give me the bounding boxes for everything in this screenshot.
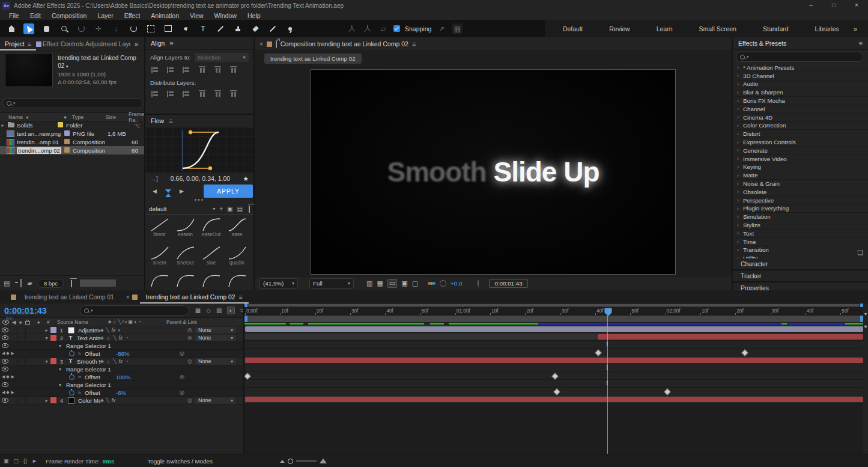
effects-category-row[interactable]: ›Boris FX Mocha (733, 97, 868, 105)
effects-category-row[interactable]: ›Obsolete (733, 188, 868, 197)
chevron-right-icon[interactable]: › (737, 98, 739, 104)
effects-category-row[interactable]: ›Keying (733, 163, 868, 172)
align-v-center-icon[interactable] (214, 66, 221, 74)
collapse-switch-icon[interactable]: ♣ (100, 358, 104, 364)
layer-switches[interactable]: ♣☼╲fx◔ (100, 358, 157, 364)
effects-category-row[interactable]: ›Simulation (733, 213, 868, 221)
align-top-icon[interactable] (199, 66, 205, 74)
close-panel-icon[interactable]: × (259, 41, 263, 47)
track-row[interactable] (244, 356, 863, 364)
workspace-overflow-chevron[interactable]: » (852, 25, 863, 32)
flow-preset-quadIn[interactable]: quadIn (224, 245, 250, 273)
expand-arrow-icon[interactable]: ▸ (0, 123, 5, 128)
expand-layers-icon[interactable]: ▣ (4, 458, 9, 464)
keyframe-diamond[interactable] (664, 388, 670, 395)
fast-previews-gear-icon[interactable] (440, 280, 446, 287)
offset-property-row[interactable]: ◀▶≈Offset-6%◎ (0, 389, 243, 397)
flow-preset-partial[interactable] (224, 273, 250, 290)
paint-switch-icon[interactable]: ◔ (125, 335, 128, 341)
effects-category-row[interactable]: ›* Animation Presets (733, 64, 868, 72)
chevron-right-icon[interactable]: › (737, 247, 739, 253)
project-item-png[interactable]: text an...new.png PNG file 1,6 MB (0, 129, 144, 138)
collapse-arrow-icon[interactable]: ▾ (43, 359, 50, 364)
label-color-chip[interactable] (58, 122, 63, 127)
quality-switch-icon[interactable]: ╲ (106, 327, 109, 333)
chevron-right-icon[interactable]: › (737, 123, 739, 129)
track-row[interactable]: I (244, 364, 863, 372)
menu-item[interactable]: Layer (92, 12, 118, 19)
label-color-chip[interactable] (64, 139, 70, 144)
pen-tool[interactable] (180, 23, 191, 34)
grid-guides-icon[interactable]: ▥ (366, 279, 372, 287)
add-preset-icon[interactable]: + (219, 206, 223, 212)
parent-link-dropdown[interactable]: None▾ (195, 327, 236, 334)
layer-label-color-chip[interactable] (50, 327, 56, 333)
chevron-right-icon[interactable]: › (737, 206, 739, 212)
toggle-switches-modes-button[interactable]: Toggle Switches / Modes (147, 458, 212, 465)
home-tool[interactable] (6, 23, 17, 34)
keyframe-diamond[interactable] (553, 388, 560, 395)
eraser-tool[interactable] (250, 23, 261, 34)
rectangle-tool[interactable] (163, 23, 174, 34)
world-axis-mode-icon[interactable]: 人 (362, 23, 373, 34)
import-preset-icon[interactable]: ▣ (227, 206, 232, 212)
track-row[interactable] (244, 349, 863, 356)
selector-visibility-toggle[interactable] (0, 366, 10, 373)
effects-category-row[interactable]: ›Channel (733, 105, 868, 114)
chevron-right-icon[interactable]: › (737, 73, 739, 79)
collapse-arrow-icon[interactable]: ▾ (59, 382, 66, 388)
panel-menu-icon[interactable]: ≡ (169, 117, 172, 124)
expand-arrow-icon[interactable]: ▸ (43, 398, 50, 403)
expand-arrow-icon[interactable]: ▸ (43, 328, 50, 333)
collapsed-panel-header[interactable]: Properties (733, 282, 868, 290)
menu-item[interactable]: Edit (25, 12, 46, 19)
range-selector-name[interactable]: Range Selector 1 (66, 366, 111, 373)
quality-switch-icon[interactable]: ╲ (113, 335, 116, 341)
close-button[interactable]: × (845, 0, 868, 11)
keyframe-navigator[interactable]: ◀▶ (0, 351, 22, 356)
effects-category-row[interactable]: ›Matte (733, 171, 868, 180)
project-settings-icon[interactable]: ▰ (27, 279, 32, 287)
property-name[interactable]: Offset (85, 374, 116, 380)
project-item-comp-02[interactable]: trendin...omp 02 Composition 60 (0, 146, 144, 154)
distribute-left-icon[interactable] (199, 90, 205, 98)
project-item-solids[interactable]: ▸Solids Folder ⌥ (0, 121, 144, 129)
layer-label-color-chip[interactable] (50, 397, 56, 403)
chevron-right-icon[interactable]: › (737, 197, 739, 203)
pick-whip-icon[interactable]: ◎ (187, 397, 195, 403)
sun-switch-icon[interactable]: ☼ (106, 335, 111, 341)
panel-menu-icon[interactable]: ≡ (28, 40, 31, 47)
workspace-item[interactable]: Small Screen (686, 25, 750, 32)
flow-preset-sineOut[interactable]: sineOut (172, 245, 198, 273)
layer-visibility-toggle[interactable] (0, 358, 10, 365)
view-axis-mode-icon[interactable]: ▱ (378, 23, 389, 34)
label-color-chip[interactable] (64, 130, 70, 136)
magnification-dropdown[interactable]: (41,9%)▾ (259, 278, 298, 288)
parent-link-dropdown[interactable]: None▾ (195, 358, 236, 365)
timeline-layer-row[interactable]: ▸4Color Matte♣╲fx◎None▾ (0, 397, 243, 404)
layer-label-color-chip[interactable] (50, 335, 56, 341)
track-row[interactable] (244, 388, 863, 395)
zoom-slider-knob[interactable] (288, 459, 293, 464)
keyframe-diamond[interactable] (595, 349, 601, 356)
chevron-right-icon[interactable]: › (737, 222, 739, 228)
expressions-icon[interactable]: {} (23, 458, 27, 464)
delete-preset-icon[interactable] (247, 206, 250, 212)
viewer-timecode[interactable]: 0:00:01:43 (489, 279, 527, 288)
layer-switches[interactable]: ♣╲fx (100, 397, 157, 403)
next-preset-icon[interactable]: ▶ (180, 188, 184, 194)
align-h-center-icon[interactable] (167, 67, 175, 73)
new-composition-icon[interactable] (20, 279, 22, 287)
apply-button[interactable]: APPLY (204, 185, 253, 198)
range-selector-row[interactable]: ▾Range Selector 1 (0, 365, 243, 373)
collapse-switch-icon[interactable]: ♣ (100, 335, 104, 341)
composition-mini-tab[interactable]: trending text ae Linked Comp 02 (264, 53, 362, 64)
timeline-layer-row[interactable]: ▾2TText Animation♣☼╲fx◔◎None▾ (0, 334, 243, 342)
effects-category-row[interactable]: ›Expression Controls (733, 138, 868, 147)
keyframe-diamond[interactable] (244, 373, 251, 379)
viewer-title[interactable]: Composition trending text ae Linked Comp… (281, 40, 408, 47)
parent-link-dropdown[interactable]: None▾ (195, 335, 236, 341)
track-row[interactable]: I (244, 380, 863, 388)
chevron-right-icon[interactable]: › (737, 172, 739, 179)
transparency-grid-icon[interactable]: ▦ (377, 279, 383, 287)
